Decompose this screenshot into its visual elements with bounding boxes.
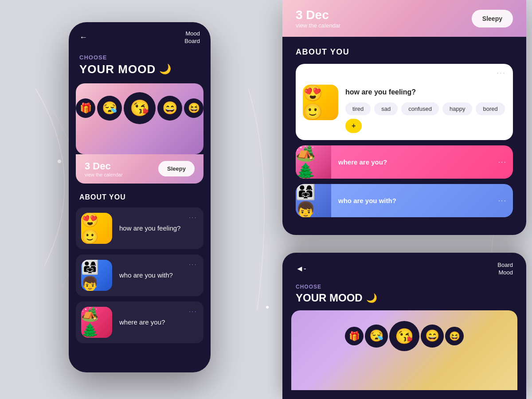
status-bar: ← MoodBoard — [69, 22, 211, 45]
feeling-card-item[interactable]: 😍🙂 how are you feeling? ··· — [76, 207, 203, 249]
date-bar-date: 3 Dec — [296, 8, 340, 22]
who-question-text: who are you with? — [119, 271, 173, 279]
top-feeling-question: how are you feeling? — [345, 88, 506, 96]
tag-add[interactable]: + — [345, 119, 362, 133]
who-card-item[interactable]: 👨‍👩‍👧👦 who are you with? ··· — [76, 254, 203, 296]
br-emoji-sleepy[interactable]: 😪 — [365, 325, 388, 348]
where-card-item[interactable]: 🏕️🌲 where are you? ··· — [76, 301, 203, 343]
br-status-bar: ◄- BoardMood — [282, 253, 526, 277]
date-info: 3 Dec view the calendar — [85, 160, 123, 177]
tag-happy[interactable]: happy — [442, 102, 472, 115]
emoji-kiss-active[interactable]: 😘 — [124, 92, 156, 124]
who-emoji-box: 👨‍👩‍👧👦 — [81, 260, 112, 291]
emoji-gift[interactable]: 🎁 — [76, 98, 95, 118]
br-emoji-laugh[interactable]: 😆 — [445, 327, 464, 345]
who-card-dots-top[interactable]: ··· — [498, 197, 513, 205]
emoji-grin[interactable]: 😄 — [157, 96, 182, 121]
br-title: BoardMood — [497, 262, 513, 277]
tag-tired[interactable]: tired — [345, 102, 371, 115]
feeling-card-dots[interactable]: ··· — [189, 214, 197, 222]
where-card-dots[interactable]: ··· — [189, 308, 197, 316]
top-who-question: who are you with? — [331, 197, 498, 204]
top-sleepy-button[interactable]: Sleepy — [472, 10, 513, 27]
left-phone: ← MoodBoard CHOOSE YOUR MOOD 🌙 🎁 😪 😘 😄 😆… — [69, 22, 211, 372]
br-choose-label: CHOOSE — [282, 277, 526, 292]
top-who-card[interactable]: 👨‍👩‍👧👦 who are you with? ··· — [296, 184, 513, 217]
about-you-heading: ABOUT YOU — [296, 47, 513, 57]
top-where-question: where are you? — [331, 158, 498, 166]
top-right-panel: 3 Dec view the calendar Sleepy ABOUT YOU… — [282, 0, 526, 235]
feeling-right-section: how are you feeling? tired sad confused … — [345, 85, 506, 133]
feeling-emoji-box: 😍🙂 — [81, 213, 112, 244]
top-who-emoji: 👨‍👩‍👧👦 — [296, 184, 331, 217]
date-bar-link[interactable]: view the calendar — [296, 22, 340, 29]
br-moon-icon: 🌙 — [366, 293, 377, 303]
where-emoji-box: 🏕️🌲 — [81, 307, 112, 338]
feeling-question-text: how are you feeling? — [119, 224, 180, 232]
your-mood-text: YOUR MOOD — [79, 63, 156, 76]
date-bar-info: 3 Dec view the calendar — [296, 8, 340, 29]
your-mood-row: YOUR MOOD 🌙 — [69, 63, 211, 83]
bottom-right-phone: ◄- BoardMood CHOOSE YOUR MOOD 🌙 🎁 😪 😘 😄 … — [282, 253, 526, 399]
top-where-emoji: 🏕️🌲 — [296, 145, 331, 179]
br-back-button[interactable]: ◄- — [296, 264, 306, 274]
br-emoji-grin[interactable]: 😄 — [421, 325, 444, 348]
feeling-card-inner: 😍🙂 how are you feeling? tired sad confus… — [296, 78, 513, 140]
br-mood-row: YOUR MOOD 🌙 — [282, 292, 526, 310]
choose-label: CHOOSE — [69, 45, 211, 63]
where-card-dots[interactable]: ··· — [498, 158, 513, 166]
calendar-link[interactable]: view the calendar — [85, 172, 123, 177]
top-feeling-emoji: 😍🙂 — [303, 85, 338, 120]
feeling-card-top-dots[interactable]: ··· — [296, 64, 513, 78]
emoji-slider[interactable]: 🎁 😪 😘 😄 😆 — [76, 83, 203, 154]
date-display: 3 Dec — [85, 160, 123, 172]
tag-sad[interactable]: sad — [374, 102, 398, 115]
mood-board-title: MoodBoard — [184, 30, 200, 45]
br-emoji-gift[interactable]: 🎁 — [345, 327, 364, 345]
back-button[interactable]: ← — [79, 33, 87, 42]
date-section: 3 Dec view the calendar Sleepy — [76, 154, 203, 184]
where-question-text: where are you? — [119, 318, 165, 326]
top-where-card[interactable]: 🏕️🌲 where are you? ··· — [296, 145, 513, 179]
about-you-title: ABOUT YOU — [69, 184, 211, 207]
sleepy-button[interactable]: Sleepy — [158, 161, 195, 176]
br-emoji-slider[interactable]: 🎁 😪 😘 😄 😆 — [291, 310, 517, 390]
moon-icon: 🌙 — [159, 63, 171, 75]
tag-confused[interactable]: confused — [401, 102, 439, 115]
about-you-section: ABOUT YOU ··· 😍🙂 how are you feeling? ti… — [282, 37, 526, 217]
tag-bored[interactable]: bored — [476, 102, 505, 115]
br-emoji-track: 🎁 😪 😘 😄 😆 — [291, 321, 517, 351]
who-card-dots[interactable]: ··· — [189, 261, 197, 269]
decorative-dot-2 — [266, 306, 269, 309]
mood-tags-container: tired sad confused happy bored + — [345, 102, 506, 133]
decorative-dot-1 — [58, 160, 61, 163]
top-feeling-card[interactable]: ··· 😍🙂 how are you feeling? tired sad co… — [296, 64, 513, 140]
date-bar: 3 Dec view the calendar Sleepy — [282, 0, 526, 37]
br-emoji-kiss[interactable]: 😘 — [389, 321, 419, 351]
emoji-track: 🎁 😪 😘 😄 😆 — [76, 92, 203, 124]
emoji-sleepy[interactable]: 😪 — [97, 96, 122, 121]
emoji-laugh[interactable]: 😆 — [184, 98, 203, 118]
br-your-mood: YOUR MOOD — [296, 292, 363, 304]
